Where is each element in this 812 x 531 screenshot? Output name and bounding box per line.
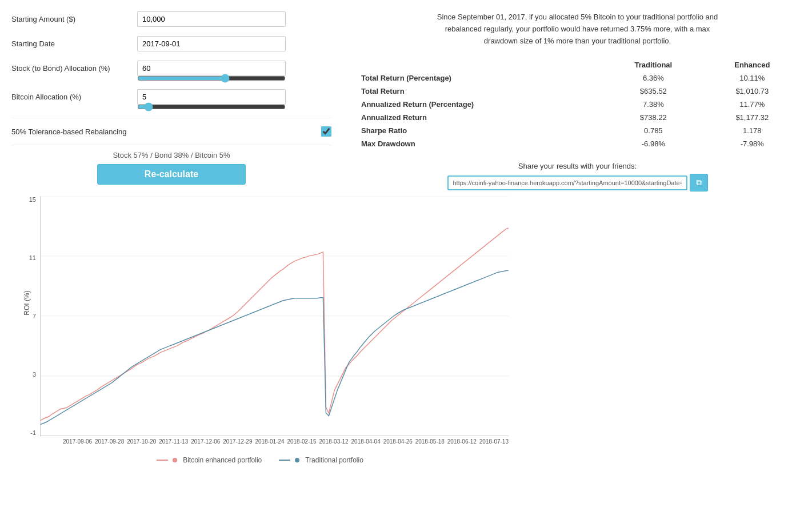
copy-button[interactable]: ⧉ <box>690 174 708 191</box>
table-row: Total Return (Percentage) 6.36% 10.11% <box>354 71 801 85</box>
chart-svg <box>41 196 509 436</box>
row-label: Sharpe Ratio <box>354 124 603 137</box>
bitcoin-label: Bitcoin Allocation (%) <box>11 93 137 101</box>
starting-date-row: Starting Date <box>11 36 331 51</box>
row-traditional: -6.98% <box>603 137 704 150</box>
left-panel: Starting Amount ($) Starting Date Stock … <box>11 11 331 464</box>
chart-legend: Bitcoin enhanced portfolio Traditional p… <box>11 456 509 464</box>
row-enhanced: $1,010.73 <box>704 85 801 98</box>
share-label: Share your results with your friends: <box>354 162 801 170</box>
stock-bond-row: Stock (to Bond) Allocation (%) <box>11 61 331 85</box>
starting-amount-input[interactable] <box>137 11 286 27</box>
row-label: Total Return <box>354 85 603 98</box>
chart-area <box>40 196 509 436</box>
col-traditional: Traditional <box>603 58 704 71</box>
stock-bond-slider[interactable] <box>137 74 286 83</box>
row-traditional: $635.52 <box>603 85 704 98</box>
legend-bitcoin-label: Bitcoin enhanced portfolio <box>183 456 262 464</box>
starting-amount-label: Starting Amount ($) <box>11 15 137 23</box>
x-axis-labels: 2017-09-06 2017-09-28 2017-10-20 2017-11… <box>40 438 509 445</box>
starting-date-label: Starting Date <box>11 39 137 48</box>
chart-outer: ROI (%) 15 11 7 3 -1 <box>40 196 509 445</box>
share-url-row: ⧉ <box>354 174 801 191</box>
row-enhanced: 11.77% <box>704 98 801 111</box>
table-row: Annualized Return $738.22 $1,177.32 <box>354 111 801 124</box>
row-label: Annualized Return (Percentage) <box>354 98 603 111</box>
row-traditional: 7.38% <box>603 98 704 111</box>
y-axis-labels: 15 11 7 3 -1 <box>20 196 36 436</box>
rebalancing-checkbox[interactable] <box>321 126 331 137</box>
results-table: Traditional Enhanced Total Return (Perce… <box>354 58 801 150</box>
col-enhanced: Enhanced <box>704 58 801 71</box>
share-url-input[interactable] <box>447 175 687 190</box>
summary-text: Since September 01, 2017, if you allocat… <box>429 11 726 47</box>
row-enhanced: $1,177.32 <box>704 111 801 124</box>
row-label: Total Return (Percentage) <box>354 71 603 85</box>
row-enhanced: -7.98% <box>704 137 801 150</box>
legend-traditional: Traditional portfolio <box>279 456 363 464</box>
starting-amount-row: Starting Amount ($) <box>11 11 331 27</box>
bitcoin-slider[interactable] <box>137 102 286 111</box>
table-row: Annualized Return (Percentage) 7.38% 11.… <box>354 98 801 111</box>
rebalancing-label: 50% Tolerance-based Rebalancing <box>11 127 321 136</box>
share-section: Share your results with your friends: ⧉ <box>354 162 801 191</box>
starting-date-input[interactable] <box>137 36 286 51</box>
chart-wrapper: ROI (%) 15 11 7 3 -1 <box>11 196 509 464</box>
recalculate-button[interactable]: Re-calculate <box>97 164 246 185</box>
row-traditional: 6.36% <box>603 71 704 85</box>
row-enhanced: 1.178 <box>704 124 801 137</box>
legend-bitcoin: Bitcoin enhanced portfolio <box>157 456 262 464</box>
legend-traditional-label: Traditional portfolio <box>305 456 363 464</box>
row-label: Max Drawdown <box>354 137 603 150</box>
table-row: Sharpe Ratio 0.785 1.178 <box>354 124 801 137</box>
table-row: Max Drawdown -6.98% -7.98% <box>354 137 801 150</box>
row-traditional: 0.785 <box>603 124 704 137</box>
table-row: Total Return $635.52 $1,010.73 <box>354 85 801 98</box>
row-label: Annualized Return <box>354 111 603 124</box>
bitcoin-allocation-row: Bitcoin Allocation (%) <box>11 89 331 113</box>
row-traditional: $738.22 <box>603 111 704 124</box>
stock-bond-label: Stock (to Bond) Allocation (%) <box>11 64 137 73</box>
rebalancing-row: 50% Tolerance-based Rebalancing <box>11 118 331 145</box>
row-enhanced: 10.11% <box>704 71 801 85</box>
allocation-text: Stock 57% / Bond 38% / Bitcoin 5% <box>11 151 331 159</box>
